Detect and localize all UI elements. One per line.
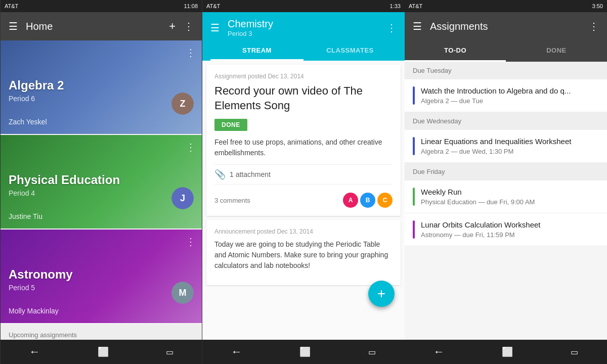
nav-bar-2: [202, 340, 405, 364]
assignment-body: Feel free to use props, animations, and …: [214, 137, 393, 158]
carrier-3: AT&T: [409, 3, 422, 9]
home-panel: AT&T 11:08 ☰ Home + ⋮ ⋮ Algebra 2 Period…: [0, 0, 202, 364]
accent-algebra-tue: [413, 86, 415, 105]
chemistry-header-top: ☰ Chemistry Period 3 ⋮: [210, 18, 397, 41]
assignment-info-algebra-tue: Watch the Introduction to Algebra and do…: [421, 86, 599, 105]
chemistry-hamburger-icon[interactable]: ☰: [210, 22, 220, 34]
chemistry-header: ☰ Chemistry Period 3 ⋮ STREAM CLASSMATES: [202, 12, 405, 61]
course-menu-physed[interactable]: ⋮: [186, 141, 196, 153]
assignment-title-astronomy-fri: Lunar Orbits Calculation Worksheet: [421, 220, 599, 229]
status-bar-3: AT&T 3:50: [405, 0, 607, 12]
due-section-friday: Due Friday: [405, 163, 607, 180]
course-period-astronomy: Period 5: [9, 284, 194, 292]
assignments-panel: AT&T 3:50 ☰ Assignments ⋮ TO-DO DONE Due…: [405, 0, 607, 364]
avatar-img-algebra: Z: [171, 93, 194, 115]
assignment-item-astronomy-fri[interactable]: Lunar Orbits Calculation Worksheet Astro…: [405, 213, 607, 246]
recent-button-1[interactable]: [166, 347, 174, 357]
stream-card-announcement: Announcement posted Dec 13, 2014 Today w…: [206, 220, 401, 285]
assignment-title-algebra-tue: Watch the Introduction to Algebra and do…: [421, 86, 599, 95]
assignment-item-physed-fri[interactable]: Weekly Run Physical Education — due Fri,…: [405, 180, 607, 213]
course-menu-astronomy[interactable]: ⋮: [186, 236, 196, 248]
add-icon[interactable]: +: [169, 20, 176, 33]
assignments-tabs: TO-DO DONE: [405, 40, 607, 62]
assignments-hamburger-icon[interactable]: ☰: [413, 20, 422, 32]
avatar-algebra: Z: [171, 93, 194, 115]
time-1: 11:08: [184, 3, 198, 9]
course-title-physed: Physical Education: [9, 173, 194, 187]
tab-classmates[interactable]: CLASSMATES: [304, 41, 397, 61]
assignment-title-algebra-wed: Linear Equations and Inequalities Worksh…: [421, 137, 599, 146]
course-menu-algebra[interactable]: ⋮: [186, 47, 196, 59]
assignment-info-algebra-wed: Linear Equations and Inequalities Worksh…: [421, 137, 599, 155]
course-title-astronomy: Astronomy: [9, 267, 194, 282]
nav-bar-3: [405, 340, 607, 364]
assignments-content: Due Tuesday Watch the Introduction to Al…: [405, 62, 607, 340]
comment-avatars: A B C: [343, 193, 393, 208]
carrier-1: AT&T: [5, 3, 18, 9]
back-button-2[interactable]: [231, 345, 242, 358]
status-bar-1: AT&T 11:08: [1, 0, 202, 12]
more-icon[interactable]: ⋮: [184, 20, 194, 32]
comment-avatar-1: A: [343, 193, 358, 208]
course-period-algebra: Period 6: [9, 95, 194, 103]
assignment-title-physed-fri: Weekly Run: [421, 188, 599, 196]
home-button-1[interactable]: [98, 346, 109, 357]
home-button-3[interactable]: [502, 346, 513, 357]
back-button-3[interactable]: [433, 345, 445, 358]
assignment-sub-astronomy-fri: Astronomy — due Fri, 11:59 PM: [421, 231, 599, 239]
course-card-astronomy[interactable]: ⋮ Astronomy Period 5 M Molly Mackinlay: [1, 230, 202, 323]
attachment-count: 1 attachment: [230, 170, 271, 178]
student-name-astronomy: Molly Mackinlay: [9, 307, 194, 315]
carrier-2: AT&T: [206, 3, 220, 9]
course-card-algebra[interactable]: ⋮ Algebra 2 Period 6 Z Zach Yeskel: [1, 40, 202, 134]
stream-card-assignment: Assignment posted Dec 13, 2014 Record yo…: [206, 65, 401, 216]
due-section-wednesday: Due Wednesday: [405, 112, 607, 130]
assignment-sub-physed-fri: Physical Education — due Fri, 9:00 AM: [421, 198, 599, 206]
comments-count: 3 comments: [214, 197, 250, 204]
assignment-item-algebra-tue[interactable]: Watch the Introduction to Algebra and do…: [405, 79, 607, 112]
assignments-more-icon[interactable]: ⋮: [589, 20, 599, 32]
accent-physed-fri: [413, 188, 415, 206]
tab-done[interactable]: DONE: [506, 40, 607, 62]
chemistry-panel: AT&T 1:33 ☰ Chemistry Period 3 ⋮ STREAM …: [202, 0, 405, 364]
tab-stream[interactable]: STREAM: [210, 41, 304, 61]
assignment-meta: Assignment posted Dec 13, 2014: [214, 73, 393, 80]
tab-todo[interactable]: TO-DO: [405, 40, 506, 62]
course-period-physed: Period 4: [9, 189, 194, 197]
assignments-header: ☰ Assignments ⋮: [405, 12, 607, 40]
course-list: ⋮ Algebra 2 Period 6 Z Zach Yeskel ⋮ Phy…: [1, 40, 202, 340]
accent-astronomy-fri: [413, 220, 415, 239]
upcoming-bar: Upcoming assignments: [1, 324, 202, 340]
recent-button-2[interactable]: [368, 347, 376, 357]
home-button-2[interactable]: [299, 346, 311, 357]
avatar-astronomy: M: [171, 282, 194, 304]
home-header: ☰ Home + ⋮: [1, 12, 202, 40]
assignment-sub-algebra-wed: Algebra 2 — due Wed, 1:30 PM: [421, 148, 599, 155]
chemistry-title-block: Chemistry Period 3: [228, 18, 378, 37]
student-name-algebra: Zach Yeskel: [9, 118, 194, 126]
assignment-item-algebra-wed[interactable]: Linear Equations and Inequalities Worksh…: [405, 130, 607, 163]
fab-button[interactable]: +: [368, 281, 395, 307]
back-button-1[interactable]: [29, 345, 40, 358]
chemistry-tabs: STREAM CLASSMATES: [210, 41, 397, 61]
hamburger-icon[interactable]: ☰: [9, 20, 18, 32]
comments-row: 3 comments A B C: [214, 189, 393, 208]
chemistry-more-icon[interactable]: ⋮: [386, 22, 397, 34]
assignment-info-astronomy-fri: Lunar Orbits Calculation Worksheet Astro…: [421, 220, 599, 239]
accent-algebra-wed: [413, 137, 415, 155]
avatar-img-astronomy: M: [171, 282, 194, 304]
nav-bar-1: [1, 340, 202, 364]
home-title: Home: [26, 21, 161, 32]
comment-avatar-3: C: [377, 193, 393, 208]
recent-button-3[interactable]: [571, 347, 578, 357]
announcement-body: Today we are going to be studying the Pe…: [214, 239, 393, 271]
course-card-physed[interactable]: ⋮ Physical Education Period 4 J Justine …: [1, 135, 202, 229]
student-name-physed: Justine Tiu: [9, 212, 194, 220]
chemistry-class-name: Chemistry: [228, 18, 378, 30]
time-2: 1:33: [390, 3, 401, 9]
assignment-title: Record your own video of The Elements So…: [214, 84, 393, 113]
chemistry-class-period: Period 3: [228, 30, 378, 37]
assignment-sub-algebra-tue: Algebra 2 — due Tue: [421, 97, 599, 105]
comment-avatar-2: B: [360, 193, 375, 208]
done-badge: DONE: [214, 119, 247, 131]
